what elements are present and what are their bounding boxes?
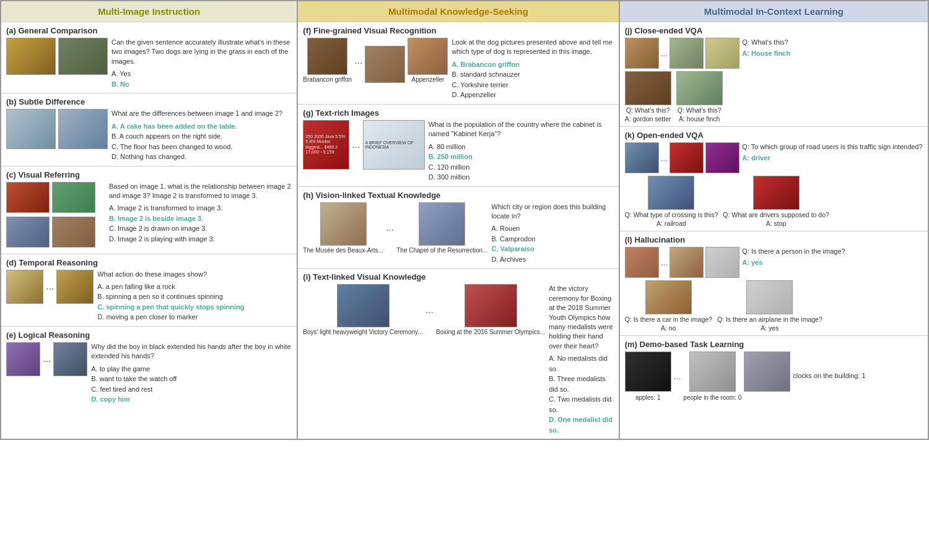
section-l-top-q: Q: Is there a person in the image? [742, 247, 923, 256]
dots-k: ... [661, 153, 668, 163]
left-header: Multi-Image Instruction [1, 1, 297, 22]
choice-i-4: D. One medalist did so. [549, 415, 613, 435]
choice-h-1: A. Rouen [492, 223, 614, 234]
section-c: (c) Visual Referring Based on image 1, w… [1, 166, 297, 254]
caption-i2: Boxing at the 2016 Summer Olympics... [436, 329, 545, 335]
img-m1 [625, 351, 671, 392]
choice-i-3: C. Two medalists did so. [549, 394, 613, 415]
section-g-choices: A. 80 million B. 250 million C. 120 mill… [429, 142, 614, 183]
section-j: (j) Close-ended VQA ... Q: What's this? … [620, 22, 928, 126]
img-e2 [53, 342, 87, 376]
img-l2 [669, 247, 704, 278]
section-g: (g) Text-rich Images 250 2030 Java 5.5% … [298, 104, 618, 186]
img-b1 [6, 109, 56, 149]
section-j-title: (j) Close-ended VQA [625, 26, 923, 35]
section-d-question: What action do these images show? [97, 270, 292, 279]
choice-e-4: D. copy him [91, 394, 292, 405]
img-g2: A BRIEF OVERVIEW OF INDONESIA [363, 120, 425, 170]
dots-d: ... [46, 281, 54, 292]
img-c3 [6, 217, 50, 248]
section-f-choices: A. Brabancon griffon B. standard schnauz… [451, 59, 613, 100]
section-d: (d) Temporal Reasoning ... What action d… [1, 254, 297, 326]
section-l-content: ... Q: Is there a person in the image? A… [625, 247, 923, 278]
section-i-title: (i) Text-linked Visual Knowledge [303, 272, 613, 282]
choice-d-3: C. spinning a pen that quickly stops spi… [97, 302, 292, 312]
section-l-title: (l) Hallucination [625, 235, 923, 244]
section-j-top-q: Q: What's this? [742, 38, 923, 47]
section-k-pairs: Q: What type of crossing is this? A: rai… [625, 176, 923, 227]
section-g-content: 250 2030 Java 5.5% 5.8% Muslim biggest..… [303, 120, 613, 183]
choice-e-2: B. want to take the watch off [91, 374, 292, 384]
section-h-title: (h) Vision-linked Textual Knowledge [303, 191, 613, 200]
img-i1 [337, 284, 390, 327]
section-g-title: (g) Text-rich Images [303, 108, 613, 118]
choice-h-2: B. Camprodon [492, 234, 614, 244]
choice-c-4: D. Image 2 is playing with image 3. [109, 234, 292, 244]
dots-g: ... [352, 139, 360, 150]
img-d1 [6, 270, 43, 304]
caption-h1: The Musée des Beaux-Arts... [303, 247, 383, 254]
section-h-question: Which city or region does this building … [492, 202, 614, 222]
img-l5 [746, 280, 793, 314]
j-a1: A: gordon setter [625, 115, 671, 123]
img-j2 [669, 38, 704, 69]
img-d2 [56, 270, 94, 304]
section-e-title: (e) Logical Reasoning [6, 330, 292, 340]
choice-f-1: A. Brabancon griffon [451, 59, 613, 70]
section-b: (b) Subtle Difference What are the diffe… [1, 93, 297, 165]
img-j1 [625, 38, 659, 69]
section-h-choices: A. Rouen B. Camprodon C. Valparaiso D. A… [492, 223, 614, 264]
dots-i: ... [425, 304, 434, 316]
section-i-content: Boys' light heavyweight Victory Ceremony… [303, 284, 613, 435]
choice-g-4: D. 300 million [429, 172, 614, 183]
choice-a-1: A. Yes [111, 69, 292, 79]
choice-e-1: A. to play the game [91, 364, 292, 374]
section-f: (f) Fine-grained Visual Recognition Brab… [298, 22, 618, 104]
section-i: (i) Text-linked Visual Knowledge Boys' l… [298, 268, 618, 439]
section-m-title: (m) Demo-based Task Learning [625, 340, 923, 349]
choice-c-2: B. Image 2 is beside image 3. [109, 213, 292, 224]
section-m-content: apples: 1 ... people in the room: 0 cloc… [625, 351, 923, 401]
section-b-question: What are the differences between image 1… [111, 109, 292, 118]
img-b2 [58, 109, 108, 149]
img-f1 [307, 38, 347, 75]
choice-h-3: C. Valparaiso [492, 244, 614, 254]
choice-c-1: A. Image 2 is transformed to image 3. [109, 203, 292, 213]
img-c2 [52, 182, 95, 213]
section-e-content: ... Why did the boy in black extended hi… [6, 342, 292, 405]
img-l4 [645, 280, 692, 314]
section-k-top-q: Q: To which group of road users is this … [742, 142, 923, 152]
section-i-choices: A. No medalists did so. B. Three medalis… [549, 353, 613, 435]
choice-c-3: C. Image 2 is drawn on image 3. [109, 223, 292, 234]
section-j-pairs: Q: What's this? A: gordon setter Q: What… [625, 71, 923, 123]
col-right: Multimodal In-Context Learning (j) Close… [620, 1, 928, 439]
img-k4 [648, 176, 694, 210]
section-c-choices: A. Image 2 is transformed to image 3. B.… [109, 203, 292, 244]
img-k1 [625, 142, 659, 173]
section-b-content: What are the differences between image 1… [6, 109, 292, 162]
choice-b-3: C. The floor has been changed to wood. [111, 142, 292, 152]
img-g1: 250 2030 Java 5.5% 5.8% Muslim biggest..… [303, 120, 349, 170]
choice-d-1: A. a pen falling like a rock [97, 282, 292, 292]
l-q2: Q: Is there an airplane in the image? [717, 316, 822, 323]
dots-h: ... [386, 222, 394, 233]
img-c4 [52, 217, 95, 248]
caption-f1: Brabancon griffon [303, 76, 352, 83]
section-d-title: (d) Temporal Reasoning [6, 258, 292, 267]
caption-f2: Appenzeller [412, 76, 445, 83]
img-m2 [689, 351, 736, 392]
section-j-top-a: A: House finch [742, 50, 923, 57]
section-k: (k) Open-ended VQA ... Q: To which group… [620, 126, 928, 231]
l-a2: A: yes [761, 324, 779, 332]
main-container: Multi-Image Instruction (a) General Comp… [0, 0, 929, 440]
j-q2: Q: What's this? [678, 106, 722, 114]
section-a-title: (a) General Comparison [6, 26, 292, 35]
img-h1 [320, 202, 367, 246]
choice-d-4: D. moving a pen closer to marker [97, 312, 292, 322]
img-k5 [753, 176, 800, 210]
j-a2: A: house finch [679, 115, 720, 123]
section-m: (m) Demo-based Task Learning apples: 1 .… [620, 335, 928, 405]
k-q2: Q: What are drivers supposed to do? [723, 211, 829, 218]
choice-f-3: C. Yorkshire terrier [451, 80, 613, 90]
section-l-pairs: Q: Is there a car in the image? A: no Q:… [625, 280, 923, 332]
